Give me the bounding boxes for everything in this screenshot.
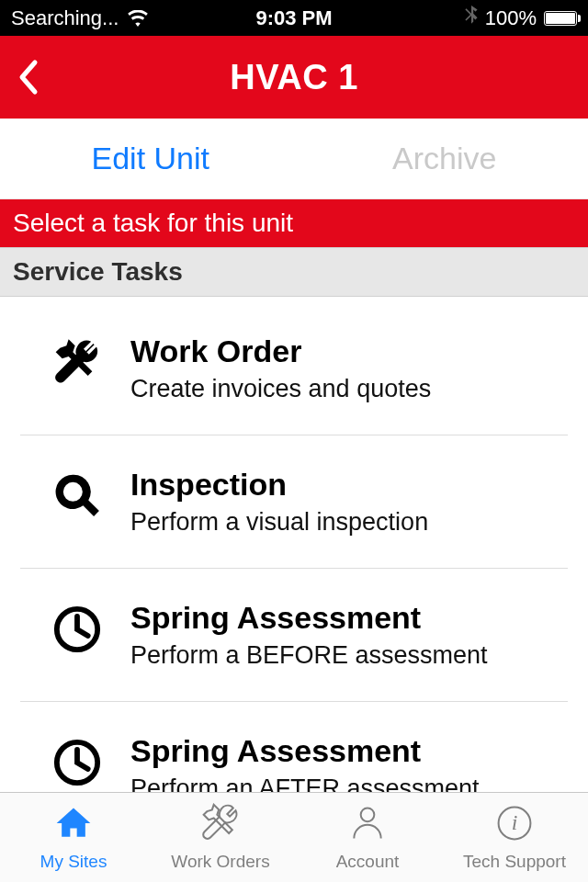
task-subtitle: Perform a BEFORE assessment	[130, 641, 548, 670]
info-icon: i	[494, 803, 535, 848]
task-row-spring-before[interactable]: Spring Assessment Perform a BEFORE asses…	[20, 569, 568, 702]
status-time: 9:03 PM	[0, 6, 588, 30]
person-icon	[347, 803, 388, 848]
tab-tech-support[interactable]: i Tech Support	[441, 793, 588, 882]
section-header: Service Tasks	[0, 247, 588, 297]
bluetooth-icon	[465, 6, 478, 31]
tab-label: Tech Support	[463, 852, 566, 872]
battery-icon	[544, 11, 577, 26]
page-title: HVAC 1	[0, 58, 588, 97]
tab-work-orders[interactable]: Work Orders	[147, 793, 294, 882]
tab-account[interactable]: Account	[294, 793, 441, 882]
tools-icon	[48, 334, 107, 392]
tab-my-sites[interactable]: My Sites	[0, 793, 147, 882]
edit-unit-button[interactable]: Edit Unit	[92, 141, 210, 176]
task-title: Spring Assessment	[130, 600, 548, 636]
task-subtitle: Perform an AFTER assessment	[130, 775, 548, 792]
tab-label: My Sites	[40, 852, 107, 872]
tab-label: Account	[336, 852, 400, 872]
clock-icon	[48, 600, 107, 659]
task-row-spring-after[interactable]: Spring Assessment Perform an AFTER asses…	[20, 702, 568, 792]
tab-label: Work Orders	[171, 852, 269, 872]
task-row-inspection[interactable]: Inspection Perform a visual inspection	[20, 435, 568, 569]
status-bar: Searching... 9:03 PM 100%	[0, 0, 588, 36]
task-title: Inspection	[130, 467, 548, 503]
task-row-work-order[interactable]: Work Order Create invoices and quotes	[20, 297, 568, 435]
home-icon	[53, 803, 94, 848]
task-title: Spring Assessment	[130, 733, 548, 769]
tab-bar: My Sites Work Orders Account i Tech Supp…	[0, 792, 588, 882]
search-icon	[48, 467, 107, 526]
instruction-banner: Select a task for this unit	[0, 199, 588, 247]
action-row: Edit Unit Archive	[0, 119, 588, 199]
tools-outline-icon	[200, 803, 241, 848]
task-subtitle: Create invoices and quotes	[130, 375, 548, 403]
clock-icon	[48, 733, 107, 792]
task-list: Work Order Create invoices and quotes In…	[0, 297, 588, 792]
nav-header: HVAC 1	[0, 36, 588, 119]
task-title: Work Order	[130, 334, 548, 369]
task-subtitle: Perform a visual inspection	[130, 508, 548, 537]
svg-point-2	[361, 808, 375, 822]
archive-button[interactable]: Archive	[392, 141, 496, 176]
svg-text:i: i	[512, 810, 518, 834]
